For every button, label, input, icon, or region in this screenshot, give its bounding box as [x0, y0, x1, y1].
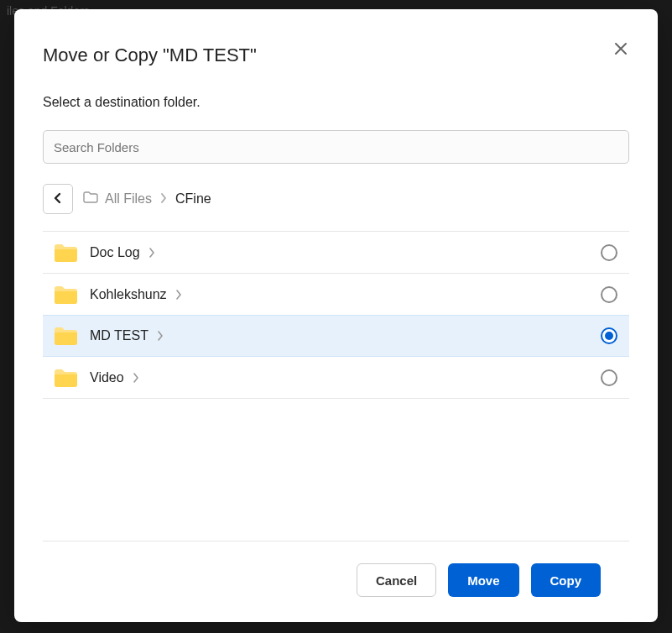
folder-name: MD TEST: [90, 328, 148, 343]
folder-list: Doc LogKohlekshunzMD TESTVideo: [43, 231, 629, 399]
folder-name: Kohlekshunz: [90, 287, 167, 302]
breadcrumb-current[interactable]: CFine: [175, 191, 211, 207]
chevron-right-icon: [133, 373, 139, 383]
folder-icon: [53, 285, 78, 305]
modal-footer: Cancel Move Copy: [43, 541, 629, 622]
close-icon: [614, 42, 628, 58]
back-button[interactable]: [43, 184, 73, 214]
breadcrumb-root-label: All Files: [105, 191, 152, 207]
modal-title: Move or Copy "MD TEST": [43, 44, 629, 66]
select-radio[interactable]: [601, 286, 617, 303]
folder-row[interactable]: Kohlekshunz: [43, 274, 629, 316]
modal-subtitle: Select a destination folder.: [43, 95, 629, 110]
close-button[interactable]: [609, 38, 633, 61]
folder-icon: [53, 243, 78, 263]
folder-icon: [53, 326, 78, 346]
chevron-right-icon: [175, 290, 182, 300]
chevron-right-icon: [157, 331, 164, 341]
breadcrumb-root[interactable]: All Files: [83, 191, 152, 207]
folder-row[interactable]: Doc Log: [43, 232, 629, 274]
folder-outline-icon: [83, 191, 98, 207]
folder-name: Doc Log: [90, 245, 140, 260]
modal-body: Select a destination folder. All Files: [14, 75, 658, 541]
modal-header: Move or Copy "MD TEST": [14, 9, 658, 75]
search-input[interactable]: [43, 130, 629, 164]
select-radio[interactable]: [601, 369, 617, 386]
folder-row[interactable]: Video: [43, 357, 629, 399]
breadcrumb: All Files CFine: [83, 191, 211, 207]
cancel-button[interactable]: Cancel: [357, 563, 436, 597]
move-copy-modal: Move or Copy "MD TEST" Select a destinat…: [14, 9, 658, 622]
chevron-left-icon: [54, 192, 62, 207]
chevron-right-icon: [160, 191, 167, 207]
move-button[interactable]: Move: [448, 563, 518, 597]
folder-row[interactable]: MD TEST: [43, 315, 629, 357]
breadcrumb-row: All Files CFine: [43, 184, 629, 231]
folder-icon: [53, 368, 78, 388]
select-radio[interactable]: [601, 327, 617, 344]
select-radio[interactable]: [601, 244, 617, 261]
folder-name: Video: [90, 370, 124, 385]
copy-button[interactable]: Copy: [531, 563, 602, 597]
chevron-right-icon: [148, 248, 155, 258]
